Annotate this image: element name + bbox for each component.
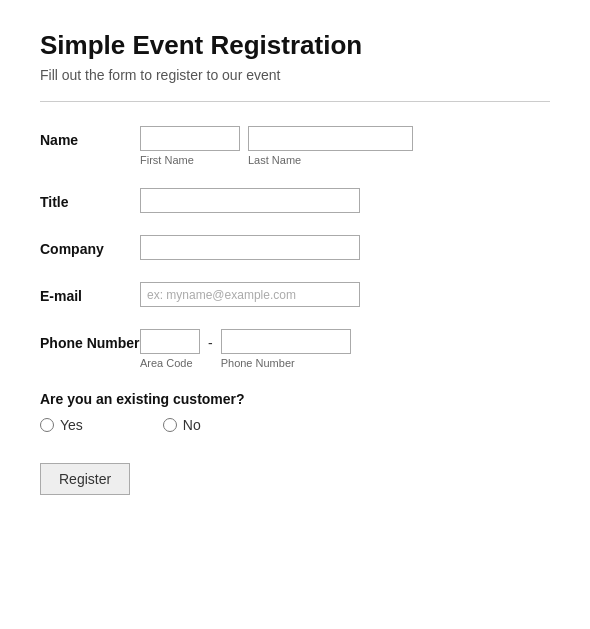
name-input-group: First Name Last Name	[140, 126, 413, 166]
divider	[40, 101, 550, 102]
radio-no-input[interactable]	[163, 418, 177, 432]
phone-dash: -	[208, 329, 213, 351]
first-name-sublabel: First Name	[140, 154, 240, 166]
title-label: Title	[40, 188, 140, 210]
company-inputs	[140, 235, 360, 260]
radio-no-label: No	[183, 417, 201, 433]
title-input[interactable]	[140, 188, 360, 213]
last-name-input[interactable]	[248, 126, 413, 151]
company-label: Company	[40, 235, 140, 257]
phone-input-group: Area Code - Phone Number	[140, 329, 351, 369]
title-inputs	[140, 188, 360, 213]
phone-number-sublabel: Phone Number	[221, 357, 351, 369]
radio-no-item[interactable]: No	[163, 417, 201, 433]
title-row: Title	[40, 188, 550, 213]
name-inputs: First Name Last Name	[140, 126, 413, 166]
first-name-input[interactable]	[140, 126, 240, 151]
phone-number-container: Phone Number	[221, 329, 351, 369]
radio-yes-input[interactable]	[40, 418, 54, 432]
phone-inputs: Area Code - Phone Number	[140, 329, 351, 369]
name-label: Name	[40, 126, 140, 148]
last-name-sublabel: Last Name	[248, 154, 413, 166]
radio-yes-item[interactable]: Yes	[40, 417, 83, 433]
radio-group: Yes No	[40, 417, 550, 433]
name-row: Name First Name Last Name	[40, 126, 550, 166]
area-code-sublabel: Area Code	[140, 357, 200, 369]
email-row: E-mail	[40, 282, 550, 307]
first-name-container: First Name	[140, 126, 240, 166]
customer-question: Are you an existing customer?	[40, 391, 550, 407]
phone-label: Phone Number	[40, 329, 140, 351]
area-code-container: Area Code	[140, 329, 200, 369]
company-row: Company	[40, 235, 550, 260]
email-input[interactable]	[140, 282, 360, 307]
page-title: Simple Event Registration	[40, 30, 550, 61]
phone-number-input[interactable]	[221, 329, 351, 354]
last-name-container: Last Name	[248, 126, 413, 166]
register-button[interactable]: Register	[40, 463, 130, 495]
customer-section: Are you an existing customer? Yes No	[40, 391, 550, 433]
phone-row: Phone Number Area Code - Phone Number	[40, 329, 550, 369]
email-label: E-mail	[40, 282, 140, 304]
area-code-input[interactable]	[140, 329, 200, 354]
email-inputs	[140, 282, 360, 307]
radio-yes-label: Yes	[60, 417, 83, 433]
page-subtitle: Fill out the form to register to our eve…	[40, 67, 550, 83]
company-input[interactable]	[140, 235, 360, 260]
